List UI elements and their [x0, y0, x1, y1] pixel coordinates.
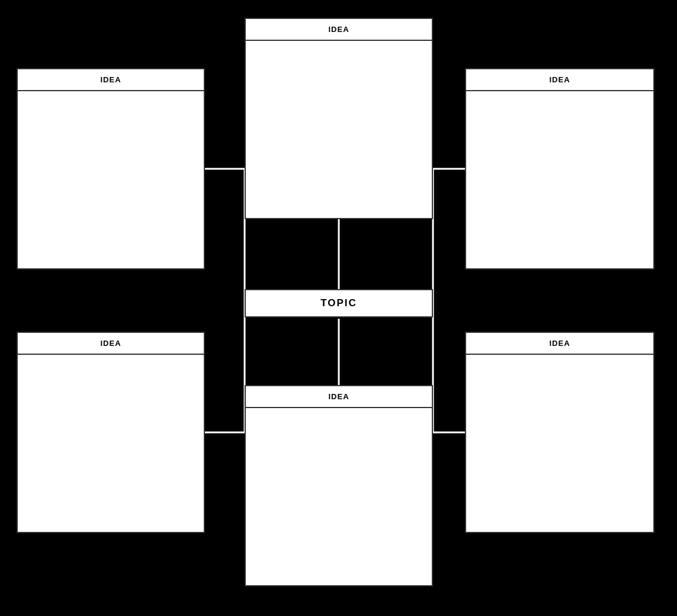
card-bottom-center-header: IDEA	[246, 386, 432, 408]
topic-card[interactable]: TOPIC	[245, 289, 433, 317]
card-bottom-center-body[interactable]	[246, 408, 432, 585]
card-bottom-right-body[interactable]	[466, 355, 653, 532]
card-top-center-body[interactable]	[246, 41, 432, 218]
card-bottom-right[interactable]: IDEA	[465, 332, 654, 533]
card-middle-right[interactable]: IDEA	[465, 68, 654, 270]
card-bottom-left[interactable]: IDEA	[17, 332, 205, 533]
card-top-center-header: IDEA	[246, 19, 432, 41]
card-middle-right-header: IDEA	[466, 69, 653, 91]
card-bottom-right-header: IDEA	[466, 333, 653, 355]
topic-label: TOPIC	[320, 297, 357, 309]
card-top-center[interactable]: IDEA	[245, 18, 433, 219]
card-bottom-left-body[interactable]	[18, 355, 204, 532]
card-bottom-center[interactable]: IDEA	[245, 385, 433, 586]
card-middle-right-body[interactable]	[466, 91, 653, 268]
card-middle-left-header: IDEA	[18, 69, 204, 91]
card-bottom-left-header: IDEA	[18, 333, 204, 355]
card-middle-left-body[interactable]	[18, 91, 204, 268]
canvas: IDEA IDEA IDEA TOPIC IDEA IDEA IDEA	[0, 0, 677, 616]
card-middle-left[interactable]: IDEA	[17, 68, 205, 270]
